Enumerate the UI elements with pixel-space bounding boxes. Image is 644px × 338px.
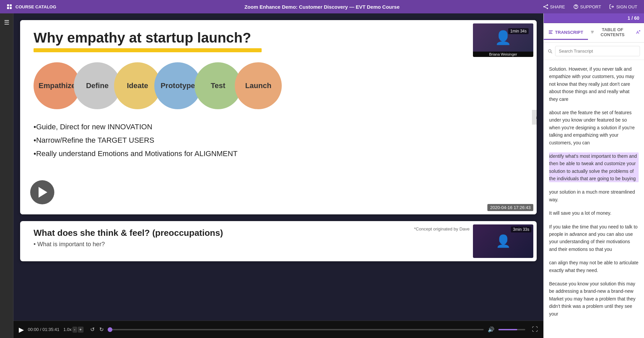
current-time: 00:00 xyxy=(28,327,39,332)
transcript-para-6[interactable]: If you take the time that you need to ta… xyxy=(549,223,639,253)
collapse-arrow[interactable]: › xyxy=(532,110,537,125)
share-label: SHARE xyxy=(550,4,565,9)
transcript-para-1[interactable]: Solution. However, if you never talk and… xyxy=(549,65,639,103)
sidebar-toggle-button[interactable]: ☰ xyxy=(2,17,11,28)
transcript-tab-label: TRANSCRIPT xyxy=(555,30,583,35)
main-layout: ☰ 1min 34s 👤 Briana Weisinger Why empath… xyxy=(0,13,644,338)
search-icon xyxy=(548,49,552,54)
person-icon-2: 👤 xyxy=(496,234,511,248)
content-area: 1min 34s 👤 Briana Weisinger Why empathy … xyxy=(13,13,543,338)
slides-area: 1min 34s 👤 Briana Weisinger Why empathy … xyxy=(13,13,543,321)
playback-speed: 1.0x - + xyxy=(63,327,84,333)
svg-rect-16 xyxy=(591,32,593,32)
panel-header: TRANSCRIPT TABLE OF CONTENTS xyxy=(544,23,644,43)
play-button-1[interactable] xyxy=(30,180,54,204)
volume-icon: 🔊 xyxy=(488,326,494,333)
slide-card-2: 3min 33s 👤 *Concept originated by Dave W… xyxy=(20,221,537,261)
concept-note: *Concept originated by Dave xyxy=(414,226,470,231)
svg-rect-14 xyxy=(549,33,552,34)
slide-content-2: 3min 33s 👤 *Concept originated by Dave W… xyxy=(20,221,537,255)
svg-rect-3 xyxy=(10,7,12,9)
transcript-para-2[interactable]: about are the feature the set of feature… xyxy=(549,109,639,146)
tab-toc[interactable]: TABLE OF CONTENTS xyxy=(588,23,632,42)
webcam-thumbnail-1: 1min 34s 👤 Briana Weisinger xyxy=(473,23,533,57)
webcam-video-area-1: 👤 xyxy=(473,23,533,52)
sign-out-button[interactable]: SIGN OUT xyxy=(609,4,637,9)
sidebar-toggle-area: ☰ xyxy=(0,13,13,338)
tab-transcript[interactable]: TRANSCRIPT xyxy=(544,26,588,40)
course-catalog-link[interactable]: COURSE CATALOG xyxy=(7,4,56,10)
circle-ideate: Ideate xyxy=(114,62,161,109)
toc-tab-label: TABLE OF CONTENTS xyxy=(596,27,629,37)
speed-increase-button[interactable]: + xyxy=(78,327,84,333)
support-label: SUPPORT xyxy=(580,4,601,9)
svg-rect-15 xyxy=(591,31,594,31)
support-icon xyxy=(573,4,579,9)
speaker-name: Briana Weisinger xyxy=(473,52,533,57)
page-title: Zoom Enhance Demo: Customer Discovery — … xyxy=(245,4,400,10)
sign-out-label: SIGN OUT xyxy=(616,4,637,9)
player-icons: ↺ ↻ xyxy=(90,326,104,333)
circles-row: Empathize Define Ideate Prototype Test L… xyxy=(34,62,523,109)
svg-line-20 xyxy=(551,52,552,53)
svg-rect-13 xyxy=(549,32,552,32)
speed-value: 1.0x xyxy=(63,327,72,332)
player-bar: ▶ 00:00 / 01:35:41 1.0x - + ↺ ↻ xyxy=(13,321,543,338)
rewind-button[interactable]: ↺ xyxy=(90,326,95,333)
speed-decrease-button[interactable]: - xyxy=(72,327,77,333)
top-bar: COURSE CATALOG Zoom Enhance Demo: Custom… xyxy=(0,0,644,13)
support-button[interactable]: SUPPORT xyxy=(573,4,601,9)
slide-counter: 1 / 60 xyxy=(544,13,644,23)
course-catalog-label: COURSE CATALOG xyxy=(15,4,56,9)
total-time: 01:35:41 xyxy=(42,327,59,332)
catalog-icon xyxy=(7,4,13,10)
transcript-tab-icon xyxy=(548,30,553,35)
svg-rect-17 xyxy=(591,33,593,33)
slide-yellow-bar xyxy=(34,48,262,52)
webcam-timer-2: 3min 33s xyxy=(511,226,531,232)
fullscreen-button[interactable]: ⛶ xyxy=(532,326,538,333)
transcript-para-7[interactable]: can align they may not be able to articu… xyxy=(549,259,639,274)
svg-point-18 xyxy=(639,30,640,31)
slide-title-1: Why empathy at startup launch? xyxy=(34,30,523,46)
search-input[interactable] xyxy=(555,46,640,56)
volume-fill xyxy=(498,329,517,330)
transcript-para-5[interactable]: It will save you a lot of money. xyxy=(549,209,639,217)
webcam-thumbnail-2: 3min 33s 👤 xyxy=(473,224,533,258)
top-bar-actions: SHARE SUPPORT SIGN OUT xyxy=(543,4,637,9)
play-triangle-icon xyxy=(39,187,47,198)
progress-thumb xyxy=(108,327,112,332)
svg-rect-12 xyxy=(549,30,553,31)
enhance-icon xyxy=(635,29,641,35)
progress-bar[interactable] xyxy=(108,329,484,330)
play-pause-button[interactable]: ▶ xyxy=(19,326,24,334)
timestamp-badge-1: 2020-04-16 17:26:43 xyxy=(487,204,533,211)
svg-line-8 xyxy=(545,7,547,8)
transcript-para-4[interactable]: your solution in a much more streamlined… xyxy=(549,188,639,203)
slide-total: 60 xyxy=(634,15,639,21)
webcam-timer-1: 1min 34s xyxy=(508,28,529,34)
sign-out-icon xyxy=(609,4,614,9)
slide-bullets: •Guide, Direct for new INNOVATION •Narro… xyxy=(34,123,523,158)
forward-button[interactable]: ↻ xyxy=(99,326,104,333)
transcript-para-3[interactable]: identify what's most important to them a… xyxy=(549,152,639,183)
slide-content-1: 1min 34s 👤 Briana Weisinger Why empathy … xyxy=(20,20,537,214)
svg-point-19 xyxy=(548,50,551,52)
svg-rect-2 xyxy=(7,7,9,9)
speed-controls: - + xyxy=(72,327,84,333)
circle-empathize: Empathize xyxy=(34,62,80,109)
circle-launch: Launch xyxy=(235,62,282,109)
transcript-para-8[interactable]: Because you know your solution this may … xyxy=(549,280,639,318)
bullet-3: •Really understand Emotions and Motivati… xyxy=(34,149,523,158)
right-panel: 1 / 60 TRANSCRIPT TABLE OF CONTENTS xyxy=(543,13,644,338)
svg-point-6 xyxy=(547,8,548,9)
enhance-button[interactable] xyxy=(632,29,644,36)
slide-card-1: 1min 34s 👤 Briana Weisinger Why empathy … xyxy=(20,20,537,214)
toc-tab-icon xyxy=(591,30,594,35)
svg-point-4 xyxy=(547,4,548,6)
share-icon xyxy=(543,4,548,9)
search-box xyxy=(544,43,644,60)
share-button[interactable]: SHARE xyxy=(543,4,565,9)
volume-bar[interactable] xyxy=(498,329,525,330)
slide-current: 1 xyxy=(628,15,630,21)
